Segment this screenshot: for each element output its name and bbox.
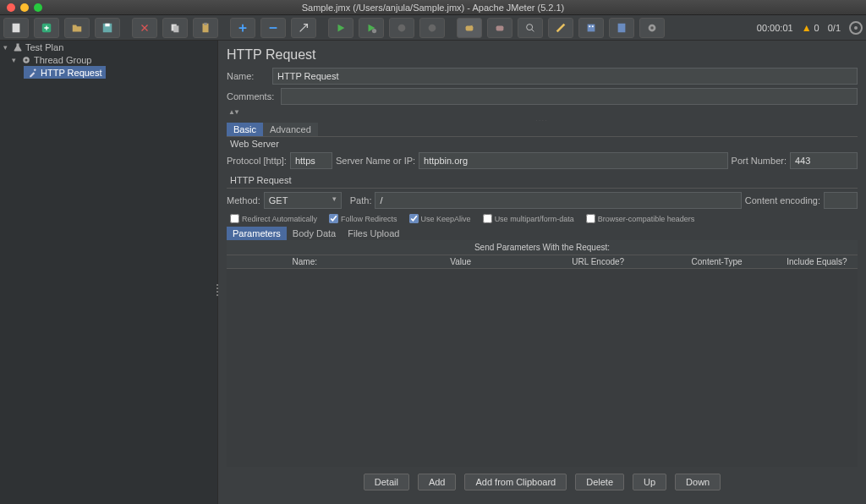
th-url-encode: URL Encode?	[539, 255, 657, 268]
svg-point-8	[372, 28, 376, 32]
tree-item-test-plan[interactable]: ▾ Test Plan	[0, 41, 217, 53]
minimize-window-button[interactable]	[20, 3, 29, 12]
encoding-input[interactable]	[824, 192, 858, 209]
protocol-input[interactable]	[290, 152, 332, 169]
tree-toggle-icon[interactable]: ▾	[12, 56, 20, 64]
tree-label: Test Plan	[24, 42, 63, 52]
warning-icon: ▲	[802, 22, 812, 34]
elapsed-time: 00:00:01	[757, 23, 793, 33]
close-window-button[interactable]	[7, 3, 15, 12]
subtab-parameters[interactable]: Parameters	[227, 227, 287, 240]
add-button[interactable]: Add	[418, 474, 457, 490]
protocol-label: Protocol [http]:	[227, 156, 287, 166]
shutdown-button[interactable]	[419, 18, 445, 38]
path-input[interactable]	[375, 192, 741, 209]
tab-advanced[interactable]: Advanced	[263, 123, 318, 136]
cut-button[interactable]	[132, 18, 157, 38]
new-button[interactable]	[3, 18, 29, 38]
tree-label: HTTP Request	[39, 68, 102, 78]
svg-point-19	[650, 26, 654, 30]
detail-button[interactable]: Detail	[364, 474, 409, 490]
port-input[interactable]	[790, 152, 858, 169]
settings-button[interactable]	[639, 18, 665, 38]
th-content-type: Content-Type	[657, 255, 776, 268]
expand-button[interactable]	[230, 18, 255, 38]
delete-button[interactable]: Delete	[575, 474, 624, 490]
svg-point-10	[429, 24, 436, 31]
toolbar: 00:00:01 ▲ 0 0/1	[0, 15, 866, 41]
paste-button[interactable]	[193, 18, 218, 38]
th-include-equals: Include Equals?	[776, 255, 858, 268]
server-name-label: Server Name or IP:	[336, 156, 415, 166]
reset-search-button[interactable]	[548, 18, 573, 38]
keepalive-checkbox[interactable]: Use KeepAlive	[409, 214, 471, 223]
tree-label: Thread Group	[32, 55, 91, 65]
port-label: Port Number:	[732, 156, 787, 166]
svg-point-13	[527, 24, 533, 30]
search-button[interactable]	[518, 18, 543, 38]
svg-rect-17	[618, 23, 626, 32]
svg-rect-3	[105, 23, 109, 26]
method-label: Method:	[227, 195, 260, 205]
tree-item-thread-group[interactable]: ▾ Thread Group	[0, 53, 217, 66]
params-table-header: Name: Value URL Encode? Content-Type Inc…	[227, 255, 858, 269]
svg-point-21	[25, 58, 28, 61]
editor-panel: HTTP Request Name: Comments: ▲▼ ···· Bas…	[218, 41, 866, 504]
tree-panel: ▾ Test Plan ▾ Thread Group HTTP Request	[0, 41, 218, 504]
up-button[interactable]: Up	[633, 474, 666, 490]
params-buttons: Detail Add Add from Clipboard Delete Up …	[227, 467, 858, 497]
body-subtabs: Parameters Body Data Files Upload	[227, 227, 858, 240]
stop-test-icon[interactable]	[849, 21, 863, 35]
subtab-body-data[interactable]: Body Data	[287, 227, 342, 240]
gear-icon	[20, 55, 32, 65]
svg-rect-7	[204, 22, 207, 25]
http-request-section-label: HTTP Request	[227, 173, 858, 189]
svg-rect-22	[34, 68, 36, 71]
th-name: Name:	[227, 255, 383, 268]
encoding-label: Content encoding:	[745, 195, 820, 205]
tree-toggle-icon[interactable]: ▾	[3, 43, 12, 52]
follow-redirects-checkbox[interactable]: Follow Redirects	[329, 214, 397, 223]
svg-point-9	[398, 24, 406, 31]
multipart-checkbox[interactable]: Use multipart/form-data	[483, 214, 574, 223]
start-button[interactable]	[328, 18, 354, 38]
method-select[interactable]	[264, 192, 342, 209]
down-button[interactable]: Down	[675, 474, 721, 490]
name-input[interactable]	[272, 68, 858, 85]
add-from-clipboard-button[interactable]: Add from Clipboard	[464, 474, 567, 490]
splitter-handle[interactable]	[215, 277, 220, 303]
flask-icon	[12, 42, 24, 52]
svg-rect-12	[496, 25, 504, 30]
browser-compat-checkbox[interactable]: Browser-compatible headers	[586, 214, 695, 223]
subtab-files-upload[interactable]: Files Upload	[342, 227, 405, 240]
start-no-pause-button[interactable]	[359, 18, 384, 38]
path-label: Path:	[350, 195, 372, 205]
main-area: ▾ Test Plan ▾ Thread Group HTTP Request	[0, 41, 866, 504]
params-table-title: Send Parameters With the Request:	[227, 240, 858, 255]
collapse-toggle-icon[interactable]: ▲▼	[228, 108, 858, 116]
help-button[interactable]	[609, 18, 634, 38]
warning-count: 0	[814, 23, 819, 33]
function-helper-button[interactable]	[578, 18, 604, 38]
tab-basic[interactable]: Basic	[227, 123, 263, 136]
pipette-icon	[27, 68, 39, 78]
save-button[interactable]	[95, 18, 120, 38]
svg-rect-15	[589, 25, 590, 27]
server-name-input[interactable]	[419, 152, 728, 169]
templates-button[interactable]	[34, 18, 59, 38]
params-table-body[interactable]	[227, 269, 858, 467]
config-tabs: Basic Advanced	[227, 123, 858, 137]
th-value: Value	[383, 255, 540, 268]
collapse-button[interactable]	[260, 18, 286, 38]
window-title: Sample.jmx (/Users/anjula/Sample.jmx) - …	[0, 3, 866, 13]
copy-button[interactable]	[162, 18, 188, 38]
open-button[interactable]	[64, 18, 90, 38]
maximize-window-button[interactable]	[34, 3, 42, 12]
clear-all-button[interactable]	[487, 18, 512, 38]
stop-button[interactable]	[389, 18, 414, 38]
toggle-button[interactable]	[291, 18, 316, 38]
tree-item-http-request[interactable]: HTTP Request	[24, 66, 106, 79]
clear-button[interactable]	[457, 18, 482, 38]
redirect-auto-checkbox[interactable]: Redirect Automatically	[230, 214, 317, 223]
comments-input[interactable]	[281, 88, 858, 105]
